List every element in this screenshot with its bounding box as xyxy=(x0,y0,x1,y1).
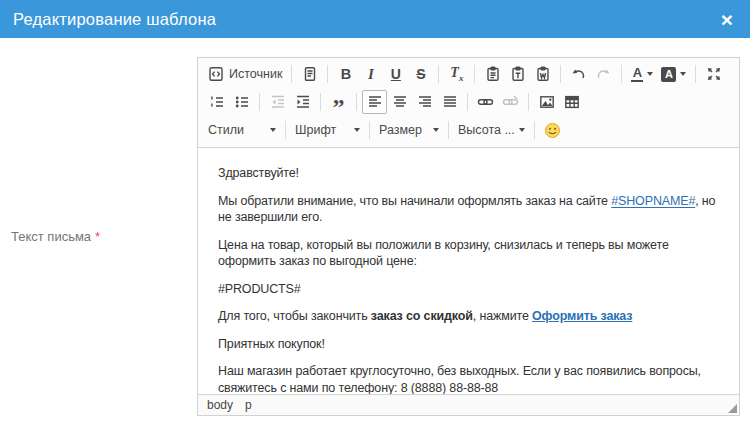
link-button[interactable] xyxy=(473,90,498,114)
background-color-button[interactable]: A xyxy=(657,62,690,86)
chevron-down-icon xyxy=(647,72,653,76)
chevron-down-icon xyxy=(354,128,360,132)
align-center-button[interactable] xyxy=(387,90,412,114)
smiley-button[interactable] xyxy=(540,118,565,142)
required-asterisk: * xyxy=(95,229,100,244)
separator xyxy=(467,93,468,111)
separator xyxy=(285,121,286,139)
separator xyxy=(474,65,475,83)
styles-dropdown[interactable]: Стили xyxy=(204,118,280,142)
strikethrough-button[interactable]: S xyxy=(408,62,433,86)
maximize-button[interactable] xyxy=(701,62,726,86)
font-size-dropdown[interactable]: Размер xyxy=(375,118,443,142)
separator xyxy=(438,65,439,83)
paragraph: Наш магазин работает круглосуточно, без … xyxy=(218,363,719,394)
separator xyxy=(356,93,357,111)
templates-button[interactable] xyxy=(297,62,322,86)
field-label-text: Текст письма xyxy=(11,229,91,244)
italic-button[interactable]: I xyxy=(358,62,383,86)
bulleted-list-button[interactable] xyxy=(229,90,254,114)
separator xyxy=(560,65,561,83)
undo-button[interactable] xyxy=(566,62,591,86)
separator xyxy=(448,121,449,139)
align-center-icon xyxy=(392,94,408,110)
indent-icon xyxy=(295,94,311,110)
paragraph: Здравствуйте! xyxy=(218,165,719,182)
redo-button[interactable] xyxy=(591,62,616,86)
redo-icon xyxy=(595,66,612,82)
text-run: Здравствуйте! xyxy=(218,166,299,180)
justify-button[interactable] xyxy=(437,90,462,114)
numbered-list-icon xyxy=(209,94,225,110)
unlink-icon xyxy=(502,94,519,110)
justify-icon xyxy=(442,94,458,110)
paste-text-button[interactable] xyxy=(505,62,530,86)
indent-button[interactable] xyxy=(290,90,315,114)
outdent-icon xyxy=(270,94,286,110)
paragraph: Цена на товар, который вы положили в кор… xyxy=(218,237,719,270)
remove-format-button[interactable]: Tx xyxy=(444,62,469,86)
form-area: Текст письма* Источник xyxy=(0,38,750,416)
text-color-icon: A xyxy=(631,66,643,82)
paragraph: Для того, чтобы закончить заказ со скидк… xyxy=(218,308,719,325)
font-size-dropdown-label: Размер xyxy=(379,123,429,137)
text-run: , нажмите xyxy=(473,309,532,323)
separator xyxy=(528,93,529,111)
numbered-list-button[interactable] xyxy=(204,90,229,114)
blockquote-button[interactable]: ” xyxy=(326,90,351,114)
source-button[interactable]: Источник xyxy=(204,62,286,86)
unlink-button[interactable] xyxy=(498,90,523,114)
field-label: Текст письма* xyxy=(10,229,197,244)
editor-toolbar: Источник B I U S Tx xyxy=(198,58,739,148)
background-color-icon: A xyxy=(661,67,676,82)
text-run: Приятных покупок! xyxy=(218,337,325,351)
text-run: Наш магазин работает круглосуточно, без … xyxy=(218,364,701,394)
paste-from-word-button[interactable] xyxy=(530,62,555,86)
table-icon xyxy=(564,94,580,110)
content-link[interactable]: Оформить заказ xyxy=(532,309,632,323)
dialog-title: Редактирование шаблона xyxy=(13,10,216,29)
table-button[interactable] xyxy=(559,90,584,114)
document-icon xyxy=(302,66,318,82)
paragraph: Приятных покупок! xyxy=(218,336,719,353)
editor-content[interactable]: Здравствуйте!Мы обратили внимание, что в… xyxy=(198,148,739,394)
underline-icon: U xyxy=(391,66,401,82)
paragraph: Мы обратили внимание, что вы начинали оф… xyxy=(218,193,719,226)
line-height-dropdown-label: Высота ... xyxy=(458,123,515,137)
outdent-button[interactable] xyxy=(265,90,290,114)
close-icon[interactable]: × xyxy=(717,7,737,32)
path-element-p[interactable]: p xyxy=(245,398,252,412)
source-button-label: Источник xyxy=(229,67,282,81)
text-run: Мы обратили внимание, что вы начинали оф… xyxy=(218,194,611,208)
content-link[interactable]: #SHOPNAME# xyxy=(611,194,695,208)
maximize-icon xyxy=(706,66,722,82)
paragraph: #PRODUCTS# xyxy=(218,281,719,298)
underline-button[interactable]: U xyxy=(383,62,408,86)
italic-icon: I xyxy=(368,66,374,83)
rich-text-editor: Источник B I U S Tx xyxy=(197,57,740,416)
bold-button[interactable]: B xyxy=(333,62,358,86)
image-button[interactable] xyxy=(534,90,559,114)
paste-from-word-icon xyxy=(535,66,551,82)
font-dropdown-label: Шрифт xyxy=(295,123,350,137)
text-color-button[interactable]: A xyxy=(627,62,657,86)
bulleted-list-icon xyxy=(234,94,250,110)
source-icon xyxy=(208,66,224,82)
text-run: #PRODUCTS# xyxy=(218,282,301,296)
paste-text-icon xyxy=(510,66,526,82)
toolbar-row-1: Источник B I U S Tx xyxy=(204,60,733,88)
line-height-dropdown[interactable]: Высота ... xyxy=(454,118,529,142)
blockquote-icon: ” xyxy=(333,102,345,112)
path-element-body[interactable]: body xyxy=(207,398,233,412)
smiley-icon xyxy=(544,122,561,139)
resize-handle[interactable] xyxy=(728,404,737,413)
toolbar-row-2: ” xyxy=(204,88,733,116)
chevron-down-icon xyxy=(519,128,525,132)
align-left-button[interactable] xyxy=(362,90,387,114)
separator xyxy=(621,65,622,83)
align-right-button[interactable] xyxy=(412,90,437,114)
paste-button[interactable] xyxy=(480,62,505,86)
font-dropdown[interactable]: Шрифт xyxy=(291,118,364,142)
separator xyxy=(327,65,328,83)
strikethrough-icon: S xyxy=(416,66,425,82)
